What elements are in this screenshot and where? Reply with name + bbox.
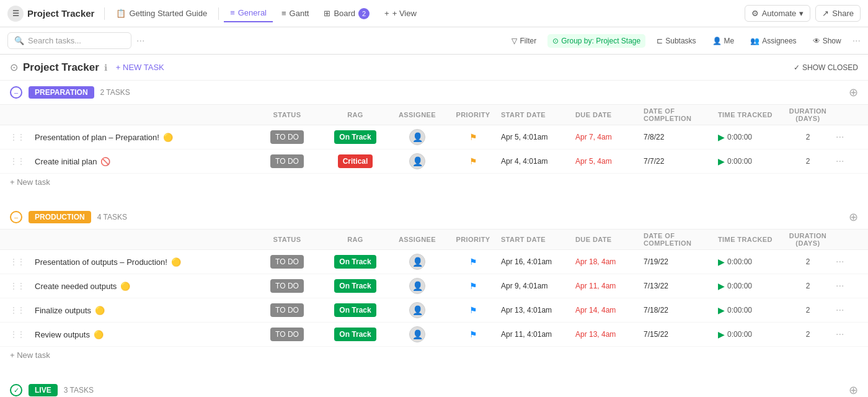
collapse-production-button[interactable]: – [10, 211, 22, 223]
rag-badge[interactable]: On Track [334, 328, 376, 341]
assignee-avatar[interactable]: 👤 [409, 302, 425, 318]
row-more-button[interactable]: ··· [836, 256, 858, 267]
group-header-preparation: – PREPARATION 2 TASKS ⊕ [0, 81, 868, 104]
task-name[interactable]: Create initial plan 🚫 [35, 157, 253, 166]
group-header-live: ✓ LIVE 3 TASKS ⊕ [0, 378, 868, 397]
table-row: ⋮⋮ Presentation of plan – Preparation! 🟡… [0, 125, 868, 149]
play-icon[interactable]: ▶ [718, 132, 725, 142]
assignee-avatar[interactable]: 👤 [409, 153, 425, 169]
row-more-button[interactable]: ··· [836, 280, 858, 292]
completion-date: 7/18/22 [644, 306, 718, 314]
duration-value: 2 [780, 157, 836, 166]
task-name[interactable]: Finalize outputs 🟡 [35, 306, 253, 315]
assignee-avatar[interactable]: 👤 [409, 254, 425, 270]
search-more-button[interactable]: ··· [136, 35, 144, 47]
status-badge[interactable]: TO DO [270, 328, 304, 341]
completion-date: 7/8/22 [644, 133, 718, 141]
duration-value: 2 [780, 133, 836, 141]
priority-flag-icon[interactable]: ⚑ [469, 329, 477, 339]
tab-gantt[interactable]: ≡ Gantt [275, 5, 315, 22]
assignee-avatar[interactable]: 👤 [409, 129, 425, 145]
new-task-button[interactable]: + NEW TASK [112, 61, 168, 74]
row-more-button[interactable]: ··· [836, 156, 858, 167]
search-box[interactable]: 🔍 Search tasks... [7, 32, 131, 49]
task-name[interactable]: Presentation of outputs – Production! 🟡 [35, 257, 253, 267]
new-task-row-production[interactable]: + New task [0, 347, 868, 366]
time-tracked: ▶0:00:00 [718, 132, 780, 142]
task-name[interactable]: Create needed outputs 🟡 [35, 282, 253, 291]
drag-handle[interactable]: ⋮⋮ [10, 157, 35, 166]
task-name-text: Create needed outputs [35, 282, 117, 291]
rag-badge[interactable]: Critical [338, 154, 373, 168]
group-production: – PRODUCTION 4 TASKS ⊕ STATUS RAG ASSIGN… [0, 205, 868, 366]
rag-badge[interactable]: On Track [334, 279, 376, 293]
status-badge[interactable]: TO DO [270, 154, 304, 168]
tab-board[interactable]: ⊞ Board 2 [317, 4, 376, 23]
info-icon[interactable]: ℹ [104, 63, 107, 73]
group-count-preparation: 2 TASKS [100, 88, 130, 97]
priority-flag-icon[interactable]: ⚑ [469, 257, 477, 267]
drag-handle[interactable]: ⋮⋮ [10, 282, 35, 290]
drag-handle[interactable]: ⋮⋮ [10, 133, 35, 141]
tab-getting-started[interactable]: 📋 Getting Started Guide [110, 5, 213, 22]
duration-value: 2 [780, 282, 836, 290]
drag-handle[interactable]: ⋮⋮ [10, 306, 35, 314]
priority-flag-icon[interactable]: ⚑ [469, 281, 477, 291]
duration-value: 2 [780, 330, 836, 339]
group-add-preparation-button[interactable]: ⊕ [849, 86, 858, 99]
assignee-avatar[interactable]: 👤 [409, 278, 425, 294]
toolbar-more-button[interactable]: ··· [852, 35, 861, 47]
play-icon[interactable]: ▶ [718, 329, 725, 339]
time-tracked: ▶0:00:00 [718, 281, 780, 291]
share-button[interactable]: ↗ Share [815, 5, 861, 22]
play-icon[interactable]: ▶ [718, 305, 725, 315]
play-icon[interactable]: ▶ [718, 156, 725, 166]
due-date: Apr 18, 4am [575, 257, 644, 266]
show-closed-button[interactable]: ✓ SHOW CLOSED [794, 63, 858, 72]
group-header-production: – PRODUCTION 4 TASKS ⊕ [0, 205, 868, 229]
group-label-live: LIVE [29, 384, 58, 396]
completion-date: 7/15/22 [644, 330, 718, 339]
time-tracked: ▶0:00:00 [718, 305, 780, 315]
subtasks-button[interactable]: ⊏ Subtasks [652, 34, 701, 48]
collapse-all-icon[interactable]: ⊙ [10, 61, 18, 73]
play-icon[interactable]: ▶ [718, 281, 725, 291]
rag-badge[interactable]: On Track [334, 130, 376, 144]
start-date: Apr 16, 4:01am [501, 257, 575, 266]
rag-badge[interactable]: On Track [334, 255, 376, 269]
general-icon: ≡ [230, 8, 235, 17]
me-button[interactable]: 👤 Me [707, 34, 740, 48]
group-add-live-button[interactable]: ⊕ [849, 383, 858, 397]
drag-handle[interactable]: ⋮⋮ [10, 330, 35, 339]
rag-badge[interactable]: On Track [334, 303, 376, 317]
assignee-avatar[interactable]: 👤 [409, 326, 425, 342]
tab-general[interactable]: ≡ General [224, 4, 273, 22]
play-icon[interactable]: ▶ [718, 257, 725, 267]
assignees-icon: 👥 [750, 37, 760, 45]
automate-chevron-icon: ▾ [799, 9, 804, 18]
row-more-button[interactable]: ··· [836, 305, 858, 316]
status-badge[interactable]: TO DO [270, 255, 304, 269]
row-more-button[interactable]: ··· [836, 329, 858, 340]
tab-add-view[interactable]: + + View [378, 5, 423, 22]
priority-flag-icon[interactable]: ⚑ [469, 156, 477, 166]
status-badge[interactable]: TO DO [270, 303, 304, 317]
task-name[interactable]: Presentation of plan – Preparation! 🟡 [35, 133, 253, 142]
collapse-live-button[interactable]: ✓ [10, 384, 22, 396]
filter-button[interactable]: ▽ Filter [507, 34, 541, 48]
show-button[interactable]: 👁 Show [808, 34, 846, 48]
row-more-button[interactable]: ··· [836, 132, 858, 143]
status-badge[interactable]: TO DO [270, 130, 304, 144]
drag-handle[interactable]: ⋮⋮ [10, 257, 35, 266]
automate-button[interactable]: ⚙ Automate ▾ [745, 5, 811, 22]
priority-flag-icon[interactable]: ⚑ [469, 132, 477, 142]
new-task-row-preparation[interactable]: + New task [0, 174, 868, 193]
group-by-button[interactable]: ⊙ Group by: Project Stage [547, 34, 645, 48]
status-badge[interactable]: TO DO [270, 279, 304, 293]
collapse-preparation-button[interactable]: – [10, 86, 22, 99]
task-name[interactable]: Review outputs 🟡 [35, 330, 253, 339]
priority-flag-icon[interactable]: ⚑ [469, 305, 477, 315]
assignees-button[interactable]: 👥 Assignees [745, 34, 801, 48]
group-add-production-button[interactable]: ⊕ [849, 210, 858, 224]
task-name-text: Presentation of outputs – Production! [35, 257, 167, 267]
